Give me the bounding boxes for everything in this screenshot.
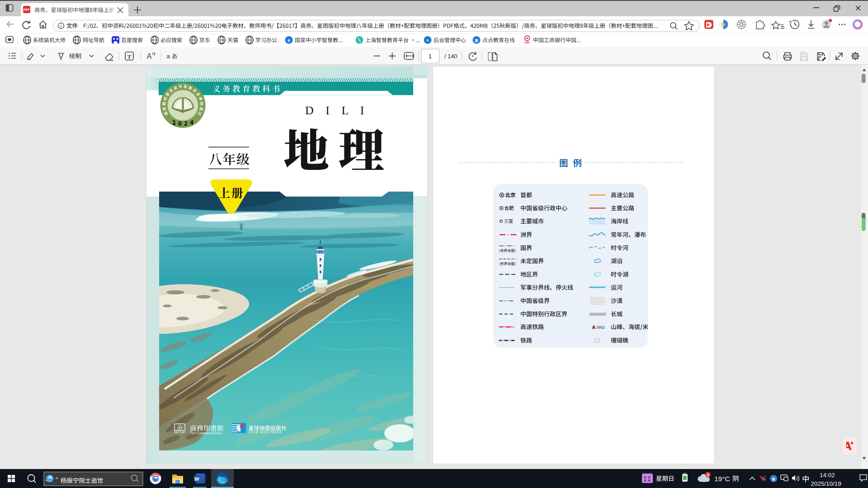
svg-text:≣: ≣ [475, 38, 478, 43]
svg-text:2025/10/19: 2025/10/19 [811, 480, 841, 487]
svg-text:e: e [772, 476, 775, 482]
svg-text:≡: ≡ [426, 38, 429, 43]
svg-text:1: 1 [429, 53, 432, 60]
svg-text:a: a [166, 53, 170, 60]
svg-text:2: 2 [707, 473, 709, 477]
svg-text:W: W [194, 476, 199, 482]
svg-text:19°C: 19°C [714, 475, 730, 483]
svg-text:PDF: PDF [24, 8, 30, 11]
svg-text:14:02: 14:02 [820, 472, 835, 479]
svg-text:D I L I: D I L I [305, 104, 369, 117]
svg-text:STAR MAP PRESS: STAR MAP PRESS [249, 430, 282, 434]
svg-text:The Commercial Press: The Commercial Press [190, 431, 222, 435]
svg-text:A: A [147, 52, 152, 60]
svg-text:/ 140: / 140 [444, 53, 457, 60]
svg-text:e: e [288, 38, 290, 43]
svg-text:T: T [127, 53, 132, 60]
